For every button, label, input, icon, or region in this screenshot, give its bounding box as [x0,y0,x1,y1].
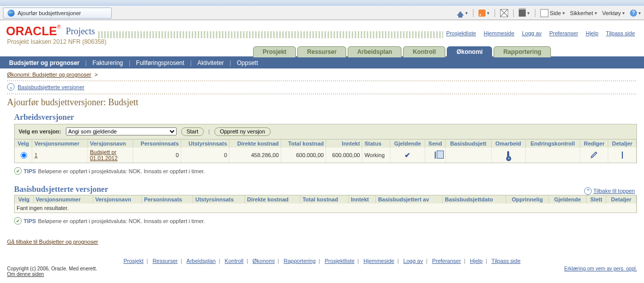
pencil-icon [590,151,598,159]
tip-text: Beløpene er oppført i prosjektvaluta: NO… [38,168,205,174]
mail-icon [500,9,508,17]
home-menu[interactable]: ▾ [457,11,468,16]
print-menu[interactable]: ▾ [519,10,530,17]
subnav-item[interactable]: Aktiviteter [197,59,224,66]
footer-link[interactable]: Logg av [404,258,423,264]
footer-link[interactable]: Prosjekt [123,258,143,264]
col-total-kostnad: Total kostnad [281,139,326,148]
privacy-link[interactable]: Erklæring om vern av pers. oppl. [564,266,637,271]
browser-tab[interactable]: Ajourfør budsjettversjoner [3,8,112,19]
rework-icon [507,151,509,159]
select-version-label: Velg en versjon: [19,128,61,134]
expand-icon[interactable]: ⌃ [584,187,592,195]
col-versjonsnavn: Versjonsnavn [88,139,133,148]
tab-ressurser[interactable]: Ressurser [297,46,346,57]
tab-prosjekt[interactable]: Prosjekt [253,46,296,57]
page-menu[interactable]: Side▾ [540,9,565,17]
tab-okonomi[interactable]: Økonomi [447,46,492,57]
col-omarbeid: Omarbeid [491,139,525,148]
tab-title: Ajourfør budsjettversjoner [18,10,81,16]
browser-tab-strip: Ajourfør budsjettversjoner ▾ ▾ ▾ Side▾ S… [0,6,644,20]
subnav-item[interactable]: Budsjetter og prognoser [9,59,79,66]
footer-link[interactable]: Kontroll [225,258,244,264]
rss-icon [478,10,486,17]
footer-links: Prosjekt| Ressurser| Arbeidsplan| Kontro… [7,258,637,264]
chevron-down-icon: ▾ [562,11,565,16]
home-icon [457,11,464,16]
select-radio[interactable] [21,152,27,159]
breadcrumb-link[interactable]: Økonomi: Budsjetter og prognoser [7,72,92,78]
breadcrumb: Økonomi: Budsjetter og prognoser > [7,69,637,80]
tab-arbeidsplan[interactable]: Arbeidsplan [348,46,401,57]
table-row: Fant ingen resultater. [15,203,636,213]
footer-link[interactable]: Ressurser [152,258,178,264]
select-version[interactable]: Angi som gjeldende [66,127,177,135]
version-number-link[interactable]: 1 [34,152,37,158]
rework-action[interactable] [491,148,525,163]
global-link[interactable]: Hjelp [586,30,598,36]
global-link[interactable]: Logg av [522,30,541,36]
cell-status: Working [362,148,390,163]
col-versjonsnummer: Versjonsnummer [32,139,88,148]
edit-action[interactable] [580,148,608,163]
create-version-button[interactable]: Opprett ny versjon [214,127,271,136]
rss-menu[interactable]: ▾ [478,10,490,17]
send-action[interactable] [425,148,445,163]
base-versions-panel: Velg Versjonsnummer Versjonsnavn Personi… [14,195,637,213]
footer-link[interactable]: Økonomi [253,258,275,264]
subnav-item[interactable]: Fullføringsprosent [136,59,184,66]
about-page-link[interactable]: Om denne siden [7,271,44,277]
chevron-down-icon: ▾ [595,11,597,16]
footer-link[interactable]: Preferanser [432,258,461,264]
oracle-logo: ORACLE® Projects [6,24,95,38]
col-basisbudsjett: Basisbudsjett [445,139,491,148]
global-link[interactable]: Hjemmeside [484,30,514,36]
chevron-down-icon: ▾ [487,11,490,16]
col-inntekt: Inntekt [326,139,362,148]
global-link[interactable]: Tilpass side [606,30,635,36]
footer-link[interactable]: Hjelp [470,258,482,264]
page-icon [540,9,548,17]
chevron-down-icon: ▾ [527,11,530,16]
back-link[interactable]: Gå tilbake til Budsjetter og prognoser [7,239,98,245]
start-button[interactable]: Start [181,127,204,136]
security-menu[interactable]: Sikkerhet▾ [570,10,597,16]
cell-endringskontroll [525,148,580,163]
footer-link[interactable]: Arbeidsplan [187,258,216,264]
help-menu[interactable]: ?▾ [630,10,641,17]
collapse-link[interactable]: Basisbudsjetterte versjoner [18,84,85,90]
back-to-top-link[interactable]: Tilbake til toppen [593,188,635,194]
collapse-icon[interactable]: ⌄ [7,83,15,91]
cell-basisbudsjett [445,148,491,163]
ie-icon [8,10,15,17]
chevron-down-icon: ▾ [622,11,625,16]
print-icon [519,10,526,17]
col-send: Send [425,139,445,148]
tab-rapportering[interactable]: Rapportering [494,46,550,57]
footer-link[interactable]: Rapportering [284,258,316,264]
cell-income: 600.000,00 [326,148,362,163]
subnav-item[interactable]: Fakturering [93,59,123,66]
tip-icon: ✔ [14,167,22,175]
chevron-down-icon: ▾ [465,11,468,16]
subnav-item[interactable]: Oppsett [237,59,258,66]
empty-message: Fant ingen resultater. [15,203,636,213]
mail-button[interactable] [500,9,508,17]
details-action[interactable] [608,148,636,163]
col-personinnsats: Personinnsats [133,139,181,148]
footer-link[interactable]: Tilpass side [492,258,521,264]
footer-link[interactable]: Hjemmeside [364,258,394,264]
details-icon [622,152,623,159]
col-status: Status [362,139,390,148]
tools-menu[interactable]: Verktøy▾ [602,10,625,16]
table-row: 1 Budsjett pr01.01.2012 0 0 458.286,00 6… [15,148,636,163]
section-work-versions: Arbeidsversjoner [14,113,637,122]
send-icon [435,152,436,159]
global-link[interactable]: Preferanser [549,30,578,36]
footer-link[interactable]: Prosjektliste [325,258,354,264]
version-name-link[interactable]: Budsjett pr01.01.2012 [90,149,118,161]
tip-text: Beløpene er oppført i prosjektvaluta: NO… [38,218,205,224]
tab-kontroll[interactable]: Kontroll [403,46,445,57]
global-link[interactable]: Prosjektliste [446,30,476,36]
tip-label: TIPS [24,168,36,174]
